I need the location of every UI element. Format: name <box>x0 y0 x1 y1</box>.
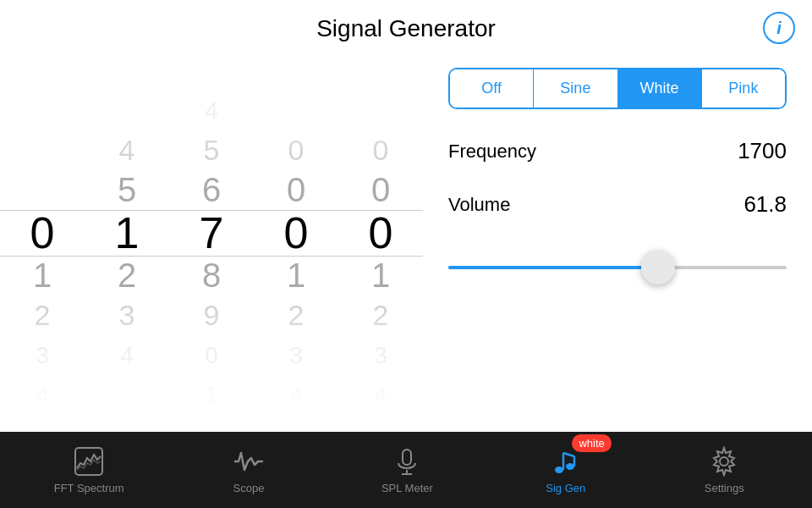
picker-digit <box>0 130 85 170</box>
bottom-navigation: FFT Spectrum Scope SPL Meter <box>0 432 812 508</box>
volume-value: 61.8 <box>743 191 787 218</box>
picker-digit: 5 <box>169 130 254 170</box>
picker-digit: 0 <box>254 130 338 170</box>
picker-digit: 5 <box>85 170 169 210</box>
off-button[interactable]: Off <box>450 69 534 108</box>
picker-digit <box>338 91 423 130</box>
svg-point-4 <box>555 467 563 473</box>
picker-col-2[interactable]: 4 5 6 7 8 9 0 1 <box>169 51 254 415</box>
picker-digit <box>254 91 338 130</box>
picker-digit-selected: 0 <box>0 210 85 256</box>
picker-col-0[interactable]: 0 1 2 3 4 <box>0 51 85 415</box>
picker-digit: 0 <box>338 170 423 210</box>
picker-digit: 4 <box>85 335 169 375</box>
picker-digit: 3 <box>85 295 169 335</box>
picker-digit-selected: 0 <box>254 210 338 256</box>
controls-area: Off Sine White Pink Frequency 1700 Volum… <box>423 51 812 415</box>
page-title: Signal Generator <box>316 15 496 42</box>
picker-digit: 3 <box>338 335 423 375</box>
picker-digit: 4 <box>85 130 169 170</box>
nav-item-spl[interactable]: SPL Meter <box>373 446 441 494</box>
sine-button[interactable]: Sine <box>534 69 617 108</box>
scope-icon <box>233 446 264 477</box>
picker-digit: 1 <box>254 256 338 295</box>
picker-digit: 1 <box>0 256 85 295</box>
pink-button[interactable]: Pink <box>702 69 785 108</box>
slider-track <box>448 266 787 269</box>
picker-container: 0 1 2 3 4 4 5 1 2 3 4 4 <box>0 51 423 415</box>
nav-item-settings[interactable]: Settings <box>690 446 758 494</box>
picker-digit-selected: 0 <box>338 210 423 256</box>
slider-fill <box>448 266 658 269</box>
picker-digit <box>85 51 169 91</box>
picker-digit: 3 <box>254 335 338 375</box>
svg-point-9 <box>720 457 728 466</box>
nav-item-siggen[interactable]: white Sig Gen <box>532 446 600 494</box>
picker-digit <box>85 375 169 415</box>
picker-digit <box>0 51 85 91</box>
nav-item-scope[interactable]: Scope <box>215 446 283 494</box>
picker-digit: 8 <box>169 256 254 295</box>
picker-digit: 2 <box>338 295 423 335</box>
picker-digit <box>338 51 423 91</box>
picker-digit <box>0 91 85 130</box>
nav-label-settings: Settings <box>705 482 744 494</box>
svg-point-8 <box>566 463 574 470</box>
siggen-badge-container: white <box>551 446 581 477</box>
picker-digit: 0 <box>169 335 254 375</box>
picker-digit: 9 <box>169 295 254 335</box>
picker-digit: 2 <box>85 256 169 295</box>
nav-label-spl: SPL Meter <box>381 482 433 494</box>
fft-icon <box>74 446 104 477</box>
svg-rect-0 <box>75 448 102 475</box>
noise-type-selector: Off Sine White Pink <box>448 68 787 109</box>
nav-label-scope: Scope <box>233 482 265 494</box>
volume-row: Volume 61.8 <box>448 185 787 224</box>
picker-digit-selected: 1 <box>85 210 169 256</box>
picker-digit: 1 <box>169 375 254 415</box>
slider-thumb[interactable] <box>641 251 675 284</box>
frequency-label: Frequency <box>448 141 536 163</box>
picker-digit: 0 <box>254 170 338 210</box>
nav-item-fft[interactable]: FFT Spectrum <box>54 446 124 494</box>
nav-label-fft: FFT Spectrum <box>54 482 124 494</box>
picker-digit-selected: 7 <box>169 210 254 256</box>
info-button[interactable]: i <box>763 12 795 44</box>
nav-label-siggen: Sig Gen <box>546 482 585 494</box>
picker-digit: 1 <box>338 256 423 295</box>
picker-digit: 2 <box>254 295 338 335</box>
picker-digit: 4 <box>0 375 85 415</box>
picker-digit: 4 <box>254 375 338 415</box>
mic-icon <box>392 446 422 477</box>
volume-label: Volume <box>448 194 510 216</box>
picker-digit <box>254 51 338 91</box>
picker-col-3[interactable]: 0 0 0 1 2 3 4 <box>254 51 338 415</box>
frequency-row: Frequency 1700 <box>448 131 787 171</box>
frequency-picker[interactable]: 0 1 2 3 4 4 5 1 2 3 4 4 <box>0 51 423 415</box>
picker-digit <box>169 51 254 91</box>
white-button[interactable]: White <box>618 69 702 108</box>
picker-digit <box>85 91 169 130</box>
picker-col-4[interactable]: 0 0 0 1 2 3 4 <box>338 51 423 415</box>
frequency-value: 1700 <box>738 138 787 164</box>
picker-digit: 4 <box>338 375 423 415</box>
svg-line-6 <box>563 453 574 456</box>
volume-slider-container[interactable] <box>448 246 787 289</box>
picker-digit: 6 <box>169 170 254 210</box>
picker-digit: 0 <box>338 130 423 170</box>
header: Signal Generator i <box>0 0 812 51</box>
picker-digit: 3 <box>0 335 85 375</box>
picker-col-1[interactable]: 4 5 1 2 3 4 <box>85 51 169 415</box>
picker-digit: 2 <box>0 295 85 335</box>
white-noise-badge: white <box>572 434 611 452</box>
picker-digit <box>0 170 85 210</box>
settings-icon <box>709 446 739 477</box>
picker-digit: 4 <box>169 91 254 130</box>
svg-rect-1 <box>403 450 411 465</box>
main-content: 0 1 2 3 4 4 5 1 2 3 4 4 <box>0 51 812 415</box>
